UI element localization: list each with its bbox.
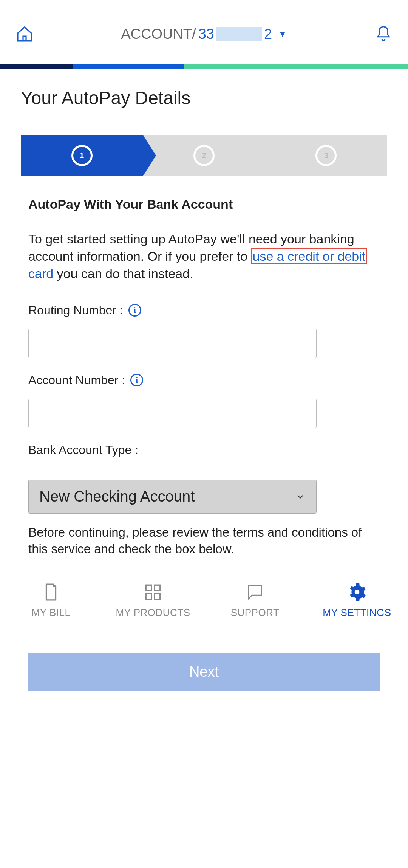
svg-rect-2 — [146, 594, 151, 599]
step-2: 2 — [143, 135, 265, 176]
account-type-select[interactable]: New Checking Account — [28, 480, 317, 514]
info-icon[interactable]: i — [128, 304, 141, 317]
use-card-link-2[interactable]: card — [28, 266, 53, 281]
page-title: Your AutoPay Details — [21, 88, 387, 108]
app-header: ACCOUNT/ 33 2 ▼ — [0, 0, 408, 64]
intro-part2: you can do that instead. — [53, 266, 193, 281]
nav-label: MY BILL — [32, 607, 71, 619]
account-number-input[interactable] — [28, 399, 317, 428]
chevron-down-icon: ▼ — [278, 29, 287, 39]
grid-icon — [144, 583, 162, 602]
section-title: AutoPay With Your Bank Account — [28, 197, 380, 212]
account-type-value: New Checking Account — [39, 488, 195, 505]
routing-number-input[interactable] — [28, 329, 317, 358]
svg-rect-1 — [155, 585, 160, 591]
step-3: 3 — [265, 135, 387, 176]
header-progress-bar — [0, 64, 408, 69]
nav-my-settings[interactable]: MY SETTINGS — [306, 566, 408, 634]
step-2-badge: 2 — [193, 145, 215, 166]
account-number-label: Account Number : i — [28, 373, 380, 387]
home-icon — [15, 25, 34, 43]
account-suffix-digits: 2 — [264, 26, 272, 42]
svg-rect-3 — [155, 594, 160, 599]
routing-label-text: Routing Number : — [28, 303, 123, 317]
step-indicator: 1 2 3 — [21, 135, 387, 176]
account-type-label: Bank Account Type : — [28, 443, 380, 457]
notifications-button[interactable] — [374, 25, 393, 43]
chat-icon — [246, 583, 264, 602]
account-masked-middle — [216, 27, 262, 41]
account-label-text: Account Number : — [28, 373, 125, 387]
home-button[interactable] — [15, 25, 34, 43]
nav-support[interactable]: SUPPORT — [204, 566, 306, 634]
nav-label: MY SETTINGS — [323, 607, 391, 619]
bell-icon — [375, 25, 392, 43]
account-label-prefix: ACCOUNT/ — [121, 26, 196, 42]
info-icon[interactable]: i — [130, 374, 143, 386]
bill-icon — [42, 582, 60, 602]
routing-number-label: Routing Number : i — [28, 303, 380, 317]
intro-text: To get started setting up AutoPay we'll … — [28, 231, 380, 283]
step-3-badge: 3 — [315, 145, 337, 166]
svg-rect-0 — [146, 585, 151, 591]
account-selector[interactable]: ACCOUNT/ 33 2 ▼ — [121, 26, 287, 42]
svg-point-4 — [355, 590, 360, 595]
type-label-text: Bank Account Type : — [28, 443, 138, 457]
account-prefix-digits: 33 — [198, 26, 214, 42]
review-terms-text: Before continuing, please review the ter… — [28, 524, 380, 558]
nav-label: SUPPORT — [231, 607, 280, 619]
nav-my-products[interactable]: MY PRODUCTS — [102, 566, 204, 634]
bottom-nav: MY BILL MY PRODUCTS SUPPORT MY SETTINGS — [0, 566, 408, 634]
nav-my-bill[interactable]: MY BILL — [0, 566, 102, 634]
chevron-down-icon — [295, 491, 306, 502]
nav-label: MY PRODUCTS — [116, 607, 190, 619]
gear-icon — [348, 583, 366, 602]
step-1-badge: 1 — [71, 145, 93, 166]
use-card-link[interactable]: use a credit or debit — [251, 248, 367, 264]
step-1: 1 — [21, 135, 143, 176]
next-button[interactable]: Next — [28, 653, 380, 691]
